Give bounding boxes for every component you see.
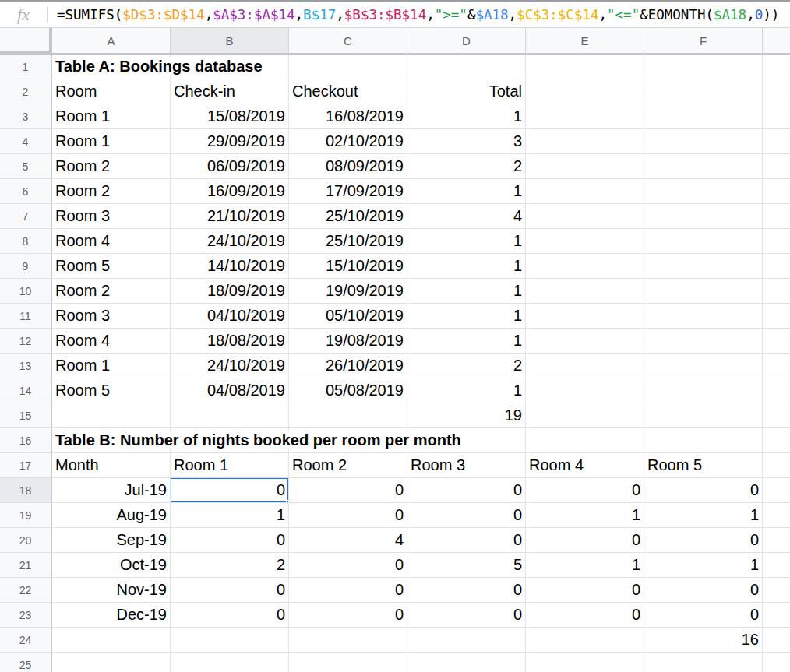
row-header-12[interactable]: 12 [0, 329, 52, 354]
cell-D19[interactable]: 0 [407, 503, 526, 528]
cell-partial-2[interactable] [763, 79, 790, 104]
cell-E17[interactable]: Room 4 [526, 453, 644, 478]
cell-F3[interactable] [644, 104, 763, 129]
cell-B21[interactable]: 2 [171, 553, 289, 578]
cell-partial-19[interactable] [763, 503, 790, 528]
cell-D21[interactable]: 5 [407, 553, 526, 578]
cell-E4[interactable] [526, 129, 644, 154]
cell-B12[interactable]: 18/08/2019 [171, 329, 289, 354]
cell-E23[interactable]: 0 [526, 603, 644, 628]
cell-A1[interactable]: Table A: Bookings database [52, 55, 171, 79]
cell-C6[interactable]: 17/09/2019 [289, 179, 407, 204]
cell-E12[interactable] [526, 329, 644, 354]
cell-C20[interactable]: 4 [289, 528, 407, 553]
cell-D1[interactable] [407, 55, 526, 79]
cell-partial-20[interactable] [763, 528, 790, 553]
cell-C11[interactable]: 05/10/2019 [289, 304, 407, 329]
cell-partial-7[interactable] [763, 204, 790, 229]
column-header-C[interactable]: C [289, 28, 407, 55]
cell-A10[interactable]: Room 2 [52, 279, 171, 304]
cell-A17[interactable]: Month [52, 453, 171, 478]
cell-partial-12[interactable] [763, 329, 790, 354]
cell-A22[interactable]: Nov-19 [52, 578, 171, 603]
cell-partial-25[interactable] [763, 653, 790, 672]
cell-C1[interactable] [289, 55, 407, 79]
cell-E11[interactable] [526, 304, 644, 329]
cell-A12[interactable]: Room 4 [52, 329, 171, 354]
cell-E19[interactable]: 1 [526, 503, 644, 528]
cell-A25[interactable] [52, 653, 171, 672]
cell-B25[interactable] [171, 653, 289, 672]
cell-B14[interactable]: 04/08/2019 [171, 378, 289, 403]
cell-F17[interactable]: Room 5 [644, 453, 763, 478]
cell-C5[interactable]: 08/09/2019 [289, 154, 407, 179]
cell-F12[interactable] [644, 329, 763, 354]
cell-E3[interactable] [526, 104, 644, 129]
row-header-23[interactable]: 23 [0, 603, 52, 628]
cell-E2[interactable] [526, 79, 644, 104]
cell-D23[interactable]: 0 [407, 603, 526, 628]
cell-D7[interactable]: 4 [407, 204, 526, 229]
cell-A24[interactable] [52, 628, 171, 653]
cell-E10[interactable] [526, 279, 644, 304]
cell-D10[interactable]: 1 [407, 279, 526, 304]
cell-F2[interactable] [644, 79, 763, 104]
cell-F15[interactable] [644, 403, 763, 428]
cell-B3[interactable]: 15/08/2019 [171, 104, 289, 129]
cell-B11[interactable]: 04/10/2019 [171, 304, 289, 329]
cell-A7[interactable]: Room 3 [52, 204, 171, 229]
cell-C18[interactable]: 0 [289, 478, 407, 503]
formula-input[interactable]: =SUMIFS($D$3:$D$14,$A$3:$A$14,B$17,$B$3:… [48, 7, 779, 23]
cell-A4[interactable]: Room 1 [52, 129, 171, 154]
cell-A14[interactable]: Room 5 [52, 378, 171, 403]
row-header-25[interactable]: 25 [0, 653, 52, 672]
cell-C8[interactable]: 25/10/2019 [289, 229, 407, 254]
cell-D24[interactable] [407, 628, 526, 653]
column-header-F[interactable]: F [644, 28, 763, 55]
cell-partial-21[interactable] [763, 553, 790, 578]
cell-F19[interactable]: 1 [644, 503, 763, 528]
cell-B10[interactable]: 18/09/2019 [171, 279, 289, 304]
cell-partial-4[interactable] [763, 129, 790, 154]
cell-B18[interactable]: 0 [171, 478, 289, 503]
cell-D5[interactable]: 2 [407, 154, 526, 179]
cell-B7[interactable]: 21/10/2019 [171, 204, 289, 229]
cell-B4[interactable]: 29/09/2019 [171, 129, 289, 154]
cell-B20[interactable]: 0 [171, 528, 289, 553]
cell-D15[interactable]: 19 [407, 403, 526, 428]
cell-A19[interactable]: Aug-19 [52, 503, 171, 528]
row-header-22[interactable]: 22 [0, 578, 52, 603]
cell-F13[interactable] [644, 354, 763, 378]
row-header-4[interactable]: 4 [0, 129, 52, 154]
row-header-3[interactable]: 3 [0, 104, 52, 129]
cell-E1[interactable] [526, 55, 644, 79]
cell-partial-5[interactable] [763, 154, 790, 179]
cell-D18[interactable]: 0 [407, 478, 526, 503]
cell-F6[interactable] [644, 179, 763, 204]
cell-C17[interactable]: Room 2 [289, 453, 407, 478]
column-header-A[interactable]: A [52, 28, 171, 55]
cell-E6[interactable] [526, 179, 644, 204]
cell-partial-10[interactable] [763, 279, 790, 304]
cell-A2[interactable]: Room [52, 79, 171, 104]
row-header-21[interactable]: 21 [0, 553, 52, 578]
cell-F18[interactable]: 0 [644, 478, 763, 503]
cell-D6[interactable]: 1 [407, 179, 526, 204]
cell-B9[interactable]: 14/10/2019 [171, 254, 289, 279]
cell-B15[interactable] [171, 403, 289, 428]
row-header-11[interactable]: 11 [0, 304, 52, 329]
row-header-8[interactable]: 8 [0, 229, 52, 254]
cell-B19[interactable]: 1 [171, 503, 289, 528]
cell-F9[interactable] [644, 254, 763, 279]
cell-A11[interactable]: Room 3 [52, 304, 171, 329]
cell-A8[interactable]: Room 4 [52, 229, 171, 254]
cell-B22[interactable]: 0 [171, 578, 289, 603]
row-header-2[interactable]: 2 [0, 79, 52, 104]
cell-F24[interactable]: 16 [644, 628, 763, 653]
column-header-B[interactable]: B [171, 28, 289, 55]
cell-A13[interactable]: Room 1 [52, 354, 171, 378]
row-header-1[interactable]: 1 [0, 55, 52, 79]
cell-C22[interactable]: 0 [289, 578, 407, 603]
cell-D3[interactable]: 1 [407, 104, 526, 129]
cell-partial-18[interactable] [763, 478, 790, 503]
